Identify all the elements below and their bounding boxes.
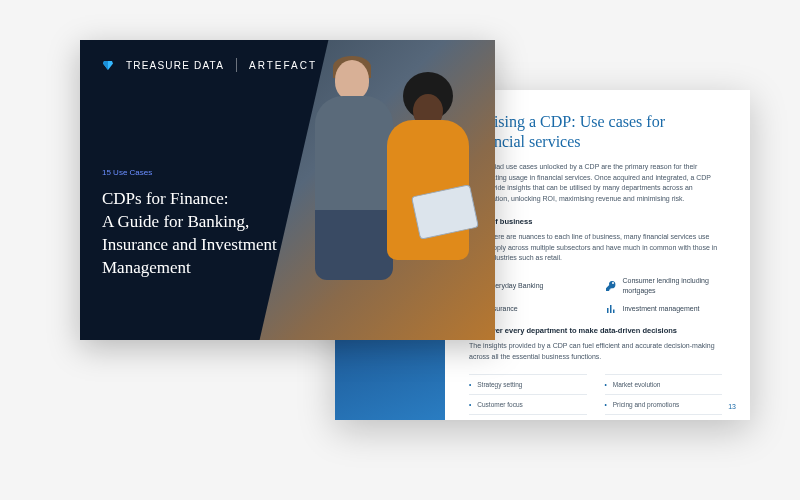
cover-eyebrow: 15 Use Cases — [102, 168, 152, 177]
brand-divider — [236, 58, 237, 72]
lob-grid: Everyday Banking Consumer lending includ… — [469, 276, 722, 315]
table-row: Market evolution — [605, 374, 723, 394]
treasure-data-gem-icon — [102, 59, 114, 71]
empower-intro: The insights provided by a CDP can fuel … — [469, 341, 722, 362]
key-icon — [605, 280, 617, 292]
cover-title: CDPs for Finance:A Guide for Banking, In… — [102, 188, 302, 280]
lob-item-label: Everyday Banking — [487, 281, 543, 292]
cover-brand-bar: TREASURE DATA ARTEFACT — [102, 58, 317, 72]
lob-item-investment: Investment management — [605, 303, 723, 315]
empower-heading: Empower every department to make data-dr… — [469, 325, 722, 336]
cover-photo-person-2 — [385, 80, 475, 280]
table-row: Strategy setting — [469, 374, 587, 394]
lob-heading: Lines of business — [469, 216, 722, 227]
spread-heading: Utilising a CDP: Use cases for financial… — [469, 112, 722, 152]
lob-item-label: Consumer lending including mortgages — [623, 276, 723, 297]
cover-page: TREASURE DATA ARTEFACT 15 Use Cases CDPs… — [80, 40, 495, 340]
functions-table: Strategy setting Customer focus Marketin… — [469, 374, 722, 420]
bars-icon — [605, 303, 617, 315]
cover-photo-person-1 — [315, 60, 395, 260]
table-row: Operational effectiveness — [605, 414, 723, 421]
table-row: Marketing — [469, 414, 587, 421]
lob-item-consumer-lending: Consumer lending including mortgages — [605, 276, 723, 297]
brand-secondary: ARTEFACT — [249, 60, 317, 71]
brand-primary: TREASURE DATA — [126, 60, 224, 71]
spread-intro: The myriad use cases unlocked by a CDP a… — [469, 162, 722, 204]
page-number: 13 — [728, 402, 736, 413]
table-row: Customer focus — [469, 394, 587, 414]
lob-item-label: Investment management — [623, 304, 700, 315]
svg-marker-1 — [103, 61, 108, 70]
table-row: Pricing and promotions — [605, 394, 723, 414]
lob-intro: While there are nuances to each line of … — [469, 232, 722, 264]
